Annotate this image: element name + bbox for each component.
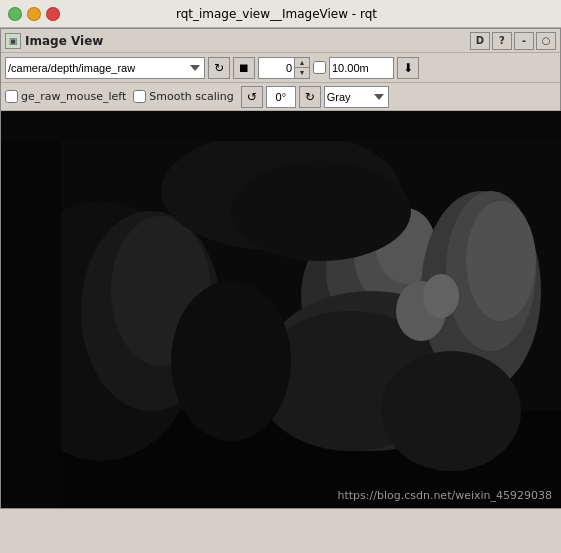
menubar-buttons: D ? - ○ bbox=[470, 32, 556, 50]
svg-point-21 bbox=[423, 274, 459, 318]
spinbox-arrows: ▲ ▼ bbox=[294, 57, 310, 79]
traffic-light-orange[interactable] bbox=[27, 7, 41, 21]
window-title: rqt_image_view__ImageView - rqt bbox=[176, 7, 377, 21]
freeze-button[interactable]: ⏹ bbox=[233, 57, 255, 79]
plugin-icon: ▣ bbox=[5, 33, 21, 49]
svg-rect-23 bbox=[1, 111, 561, 141]
rotation-input[interactable] bbox=[266, 86, 296, 108]
titlebar: rqt_image_view__ImageView - rqt bbox=[0, 0, 561, 28]
svg-rect-22 bbox=[1, 111, 61, 508]
zoom-select[interactable]: 10.00m 1.00m 0.10m bbox=[329, 57, 394, 79]
help-button[interactable]: ? bbox=[492, 32, 512, 50]
minimize-button[interactable]: - bbox=[514, 32, 534, 50]
spin-down[interactable]: ▼ bbox=[295, 68, 309, 78]
depth-image bbox=[1, 111, 561, 508]
topic-select[interactable]: /camera/depth/image_raw bbox=[5, 57, 205, 79]
close-button[interactable]: ○ bbox=[536, 32, 556, 50]
traffic-lights bbox=[8, 7, 60, 21]
d-button[interactable]: D bbox=[470, 32, 490, 50]
mouse-left-checkbox[interactable] bbox=[5, 90, 18, 103]
mouse-left-label: ge_raw_mouse_left bbox=[21, 90, 126, 103]
svg-point-19 bbox=[381, 351, 521, 471]
save-button[interactable]: ⬇ bbox=[397, 57, 419, 79]
menubar: ▣ Image View D ? - ○ bbox=[1, 29, 560, 53]
rotate-cw-button[interactable]: ↻ bbox=[299, 86, 321, 108]
smooth-scaling-checkbox[interactable] bbox=[133, 90, 146, 103]
value-checkbox[interactable] bbox=[313, 61, 326, 74]
traffic-light-red[interactable] bbox=[46, 7, 60, 21]
value-input[interactable] bbox=[258, 57, 294, 79]
reset-rotation-button[interactable]: ↺ bbox=[241, 86, 263, 108]
svg-point-18 bbox=[171, 281, 291, 441]
refresh-button[interactable]: ↻ bbox=[208, 57, 230, 79]
value-checkbox-label[interactable] bbox=[313, 61, 326, 74]
svg-point-17 bbox=[231, 161, 411, 261]
image-area: https://blog.csdn.net/weixin_45929038 bbox=[1, 111, 561, 508]
smooth-scaling-label: Smooth scaling bbox=[149, 90, 234, 103]
value-spinbox: ▲ ▼ bbox=[258, 57, 310, 79]
toolbar1: /camera/depth/image_raw ↻ ⏹ ▲ ▼ 10.00m 1… bbox=[1, 53, 560, 83]
watermark: https://blog.csdn.net/weixin_45929038 bbox=[337, 489, 552, 502]
mouse-left-checkbox-label[interactable]: ge_raw_mouse_left bbox=[5, 90, 126, 103]
toolbar2: ge_raw_mouse_left Smooth scaling ↺ ↻ Gra… bbox=[1, 83, 560, 111]
traffic-light-green[interactable] bbox=[8, 7, 22, 21]
smooth-scaling-checkbox-label[interactable]: Smooth scaling bbox=[133, 90, 234, 103]
plugin-title: Image View bbox=[25, 34, 466, 48]
colormap-select[interactable]: Gray Jet Hot bbox=[324, 86, 389, 108]
spin-up[interactable]: ▲ bbox=[295, 58, 309, 68]
main-window: ▣ Image View D ? - ○ /camera/depth/image… bbox=[0, 28, 561, 509]
svg-point-15 bbox=[466, 201, 536, 321]
